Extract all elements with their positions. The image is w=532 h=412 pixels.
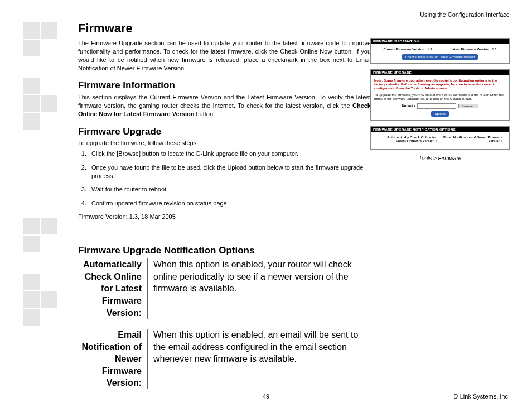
- current-fw-label: Current Firmware Version :: [383, 47, 426, 51]
- upload-input[interactable]: [417, 103, 456, 109]
- page-number: 49: [0, 393, 532, 400]
- panel-header: FIRMWARE UPGRADE NOTIFICATION OPTIONS: [371, 127, 509, 132]
- page-title: Firmware: [78, 21, 371, 36]
- heading-notification-options: Firmware Upgrade Notification Options: [78, 245, 371, 256]
- panel-notification-options: FIRMWARE UPGRADE NOTIFICATION OPTIONS Au…: [370, 126, 510, 150]
- figure-caption: Tools > Firmware: [370, 155, 510, 161]
- upload-button[interactable]: Upload: [431, 111, 448, 117]
- latest-fw-value: 1.3: [492, 47, 496, 51]
- step-item: Wait for the router to reboot: [88, 185, 371, 194]
- decorative-squares: [22, 21, 72, 327]
- info-text-post: button.: [194, 111, 215, 117]
- info-paragraph: This section displays the Current Firmwa…: [78, 93, 371, 118]
- upgrade-steps: Click the [Browse] button to locate the …: [78, 150, 371, 208]
- steps-intro: To upgrade the firmware, follow these st…: [78, 140, 371, 146]
- header-breadcrumb: Using the Configuration Interface: [420, 11, 510, 18]
- upgrade-note: Note: Some firmware upgrades reset the r…: [374, 79, 506, 91]
- screenshot-figure: FIRMWARE INFORMATION Current Firmware Ve…: [370, 38, 510, 161]
- heading-firmware-upgrade: Firmware Upgrade: [78, 126, 371, 137]
- option-label: Email Notification of Newer Firmware Ver…: [78, 329, 148, 389]
- step-item: Once you have found the file to be used,…: [88, 164, 371, 180]
- option-row: Email Notification of Newer Firmware Ver…: [78, 329, 371, 389]
- panel-header: FIRMWARE INFORMATION: [371, 39, 509, 44]
- intro-paragraph: The Firmware Upgrade section can be used…: [78, 39, 371, 72]
- firmware-version-line: Firmware Version: 1.3, 18 Mar 2005: [78, 213, 371, 220]
- email-notify-label: Email Notification of Newer Firmware Ver…: [443, 136, 502, 142]
- panel-firmware-information: FIRMWARE INFORMATION Current Firmware Ve…: [370, 38, 510, 64]
- option-description: When this option is enabled, an email wi…: [148, 329, 371, 389]
- latest-fw-label: Latest Firmware Version :: [450, 47, 491, 51]
- auto-check-label: Automatically Check Online for Latest Fi…: [378, 136, 437, 142]
- browse-button[interactable]: Browse...: [458, 104, 478, 108]
- heading-firmware-information: Firmware Information: [78, 80, 371, 91]
- step-item: Confirm updated firmware revision on sta…: [88, 199, 371, 208]
- step-item: Click the [Browse] button to locate the …: [88, 150, 371, 158]
- footer-company: D-Link Systems, Inc.: [453, 393, 510, 400]
- upgrade-text: To upgrade the firmware, your PC must ha…: [374, 93, 506, 101]
- upload-label: Upload :: [402, 104, 415, 108]
- option-row: Automatically Check Online for Latest Fi…: [78, 258, 371, 319]
- panel-firmware-upgrade: FIRMWARE UPGRADE Note: Some firmware upg…: [370, 69, 510, 121]
- option-description: When this option is enabled, your router…: [148, 258, 371, 319]
- option-label: Automatically Check Online for Latest Fi…: [78, 258, 148, 319]
- info-text-pre: This section displays the Current Firmwa…: [78, 94, 371, 109]
- check-online-button[interactable]: Check Online Now for Latest Firmware Ver…: [402, 54, 478, 60]
- current-fw-value: 1.3: [427, 47, 432, 51]
- panel-header: FIRMWARE UPGRADE: [371, 70, 509, 75]
